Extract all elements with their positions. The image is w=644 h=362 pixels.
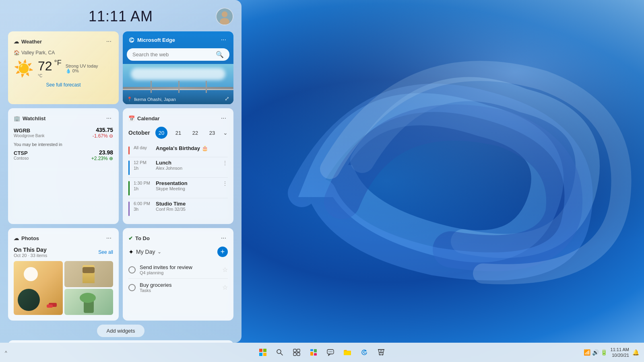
todo-add-button[interactable]: +	[217, 247, 228, 257]
windows-logo-icon	[259, 349, 266, 356]
taskbar-store-button[interactable]	[374, 345, 388, 360]
todo-checkbox-2[interactable]	[128, 284, 136, 291]
svg-rect-8	[263, 353, 266, 356]
weather-forecast-link[interactable]: See full forecast	[14, 82, 113, 88]
svg-rect-12	[297, 349, 300, 352]
todo-text-2: Buy groceries Tasks	[140, 282, 218, 293]
battery-icon: 🔋	[601, 349, 607, 356]
svg-rect-15	[310, 349, 313, 351]
middle-widget-row: 🏢 Watchlist ··· WGRB Woodgrove Bank 435.…	[8, 108, 233, 224]
edge-search-bar[interactable]: 🔍	[127, 48, 229, 61]
calendar-month-header: October 20 21 22 23 ⌄	[128, 127, 228, 139]
calendar-event-presentation: 1:30 PM1h Presentation Skype Meeting ⋮	[128, 178, 228, 198]
taskbar-edge-button[interactable]	[357, 345, 372, 360]
edge-more-button[interactable]: ···	[219, 35, 228, 44]
weather-main: ☀️ 72 °F °C Strong UV today 💧 0%	[14, 59, 113, 78]
cal-day-22[interactable]: 22	[189, 127, 201, 139]
edge-widget: Microsoft Edge ··· 🔍 📍 Ike	[123, 31, 233, 104]
todo-more-button[interactable]: ···	[219, 234, 228, 243]
taskbar-center	[256, 345, 388, 360]
system-tray-chevron[interactable]: ^	[5, 350, 7, 356]
photos-cloud-icon: ☁	[14, 235, 19, 241]
watchlist-more-button[interactable]: ···	[105, 114, 113, 123]
cal-day-23[interactable]: 23	[206, 127, 218, 139]
todo-item-2: Buy groceries Tasks ☆	[128, 279, 228, 296]
weather-icon-cloud: ☁	[14, 39, 19, 45]
weather-details: Strong UV today 💧 0%	[66, 64, 98, 74]
weather-widget: ☁ Weather ··· 🏠 Valley Park, CA ☀️ 72 °F…	[8, 31, 119, 104]
photo-item-3[interactable]	[64, 289, 114, 315]
stock-wgrb: WGRB Woodgrove Bank 435.75 -1.67% ⊖	[14, 127, 113, 139]
photo-item-1[interactable]	[14, 261, 63, 315]
cal-day-21[interactable]: 21	[172, 127, 184, 139]
chat-icon	[327, 349, 334, 356]
calendar-event-studio: 6:00 PM3h Studio Time Conf Rm 32/35	[128, 198, 228, 218]
photos-more-button[interactable]: ···	[105, 234, 113, 243]
taskbar-left: ^	[5, 349, 7, 356]
stock-ctsp: CTSP Contoso 23.98 +2.23% ⊕	[14, 149, 113, 161]
watchlist-icon: 🏢	[14, 115, 20, 121]
edge-taskbar-icon	[361, 349, 368, 356]
top-widget-row: ☁ Weather ··· 🏠 Valley Park, CA ☀️ 72 °F…	[8, 31, 233, 104]
taskbar-date: 10/20/21	[611, 352, 629, 358]
taskbar-explorer-button[interactable]	[340, 345, 355, 360]
edge-search-input[interactable]	[132, 51, 213, 58]
edge-image: 📍 Ikema Ohashi, Japan ⤢	[123, 64, 233, 104]
taskbar-right: 📶 🔊 🔋 11:11 AM 10/20/21 🔔	[584, 347, 639, 358]
svg-point-22	[332, 352, 332, 352]
edge-logo-icon	[128, 37, 135, 43]
event-more-lunch[interactable]: ⋮	[222, 160, 228, 166]
calendar-event-lunch: 12 PM1h Lunch Alex Johnson ⋮	[128, 157, 228, 178]
taskbar-chat-button[interactable]	[323, 345, 338, 360]
svg-line-10	[281, 353, 283, 355]
system-tray-icons: 📶 🔊 🔋	[584, 349, 607, 356]
taskbar-widgets-button[interactable]	[306, 345, 321, 360]
current-time: 11:11 AM	[89, 8, 153, 25]
watchlist-title: 🏢 Watchlist	[14, 115, 45, 121]
edge-title: Microsoft Edge	[128, 37, 175, 43]
task-view-button[interactable]	[289, 345, 304, 360]
calendar-title: 📅 Calendar	[128, 115, 160, 121]
calendar-icon: 📅	[128, 115, 135, 121]
svg-point-20	[329, 352, 330, 352]
calendar-chevron-down[interactable]: ⌄	[223, 130, 228, 136]
todo-text-1: Send invites for review Q4 planning	[140, 264, 218, 275]
home-icon: 🏠	[14, 50, 20, 56]
todo-myday-header: ✦ My Day ⌄ +	[128, 247, 228, 257]
photos-grid	[14, 261, 113, 315]
todo-sun-icon: ✦	[128, 248, 134, 256]
photo-item-2[interactable]	[64, 261, 114, 287]
svg-point-21	[330, 352, 331, 352]
search-icon: 🔍	[216, 51, 224, 58]
todo-checkbox-1[interactable]	[128, 266, 136, 274]
event-more-presentation[interactable]: ⋮	[222, 180, 228, 187]
photos-see-all-link[interactable]: See all	[98, 249, 113, 255]
svg-point-3	[222, 11, 228, 17]
folder-icon	[344, 349, 351, 356]
add-widgets-button[interactable]: Add widgets	[97, 325, 145, 337]
task-view-icon	[293, 349, 300, 356]
taskbar-search-button[interactable]	[272, 345, 287, 360]
photos-subheader: On This Day Oct 20 · 33 items See all	[14, 247, 113, 258]
photos-title: ☁ Photos	[14, 235, 39, 241]
speaker-icon: 🔊	[592, 349, 599, 356]
taskbar-clock[interactable]: 11:11 AM 10/20/21	[611, 347, 629, 358]
widgets-icon	[310, 349, 317, 356]
weather-temp: 72 °F	[38, 59, 62, 73]
svg-point-4	[220, 18, 229, 25]
cal-day-20[interactable]: 20	[155, 127, 167, 139]
weather-more-button[interactable]: ···	[105, 37, 113, 46]
edge-location-label: 📍 Ikema Ohashi, Japan	[127, 97, 176, 102]
calendar-more-button[interactable]: ···	[219, 114, 228, 123]
bottom-widget-row: ☁ Photos ··· On This Day Oct 20 · 33 ite…	[8, 228, 233, 321]
notification-icon[interactable]: 🔔	[632, 349, 639, 356]
todo-widget: ✔ To Do ··· ✦ My Day ⌄ + Send invites fo…	[123, 228, 233, 321]
taskbar-time: 11:11 AM	[611, 347, 629, 352]
start-button[interactable]	[256, 345, 270, 360]
todo-star-2[interactable]: ☆	[222, 284, 228, 291]
profile-avatar[interactable]	[216, 8, 233, 25]
svg-rect-16	[314, 349, 317, 352]
todo-star-1[interactable]: ☆	[222, 266, 228, 274]
edge-expand-icon[interactable]: ⤢	[225, 95, 229, 102]
svg-rect-5	[259, 349, 262, 352]
